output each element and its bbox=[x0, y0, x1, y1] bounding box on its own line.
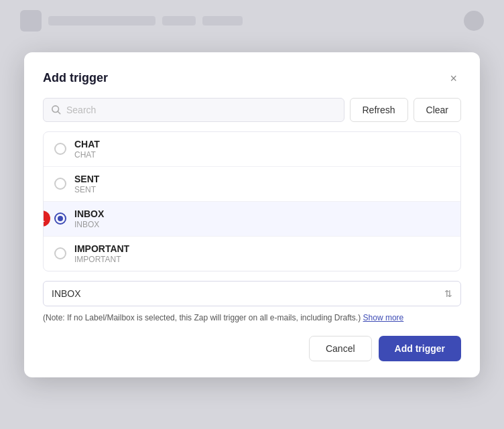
option-important-sub: IMPORTANT bbox=[74, 255, 129, 264]
note-text: (Note: If no Label/Mailbox is selected, … bbox=[43, 313, 361, 322]
option-important-name: IMPORTANT bbox=[74, 243, 129, 254]
search-input[interactable] bbox=[66, 99, 336, 121]
options-list: CHAT CHAT SENT SENT 1 INBOX bbox=[43, 131, 461, 271]
option-sent-name: SENT bbox=[74, 174, 99, 184]
option-inbox[interactable]: 1 INBOX INBOX bbox=[44, 202, 460, 237]
radio-inbox bbox=[54, 212, 66, 225]
chevron-icon: ⇅ bbox=[444, 288, 452, 299]
note-row: (Note: If no Label/Mailbox is selected, … bbox=[43, 313, 461, 322]
clear-button[interactable]: Clear bbox=[414, 98, 461, 122]
option-chat[interactable]: CHAT CHAT bbox=[44, 132, 460, 167]
close-button[interactable]: × bbox=[446, 71, 461, 86]
search-input-wrapper bbox=[43, 98, 344, 122]
select-row[interactable]: INBOX ⇅ bbox=[43, 281, 461, 306]
option-chat-name: CHAT bbox=[74, 139, 100, 149]
select-value: INBOX bbox=[52, 288, 444, 299]
refresh-button[interactable]: Refresh bbox=[350, 98, 408, 122]
search-icon bbox=[52, 105, 61, 115]
modal-backdrop: Add trigger × Refresh Clear CHAT C bbox=[0, 0, 504, 429]
selection-badge: 1 bbox=[43, 210, 50, 227]
search-row: Refresh Clear bbox=[43, 98, 461, 122]
option-inbox-sub: INBOX bbox=[74, 220, 104, 229]
modal-header: Add trigger × bbox=[43, 71, 461, 86]
option-sent-sub: SENT bbox=[74, 185, 99, 194]
add-trigger-button[interactable]: Add trigger bbox=[379, 336, 461, 361]
radio-important bbox=[54, 247, 66, 259]
add-trigger-modal: Add trigger × Refresh Clear CHAT C bbox=[24, 52, 480, 377]
option-inbox-name: INBOX bbox=[74, 208, 104, 219]
svg-line-1 bbox=[58, 111, 60, 114]
radio-inbox-inner bbox=[58, 216, 63, 221]
radio-sent bbox=[54, 178, 66, 190]
footer-row: Cancel Add trigger bbox=[43, 336, 461, 361]
modal-title: Add trigger bbox=[43, 71, 108, 85]
show-more-link[interactable]: Show more bbox=[363, 313, 404, 322]
option-sent[interactable]: SENT SENT bbox=[44, 167, 460, 202]
option-chat-sub: CHAT bbox=[74, 150, 100, 160]
cancel-button[interactable]: Cancel bbox=[309, 336, 372, 361]
option-important[interactable]: IMPORTANT IMPORTANT bbox=[44, 237, 460, 271]
radio-chat bbox=[54, 143, 66, 155]
